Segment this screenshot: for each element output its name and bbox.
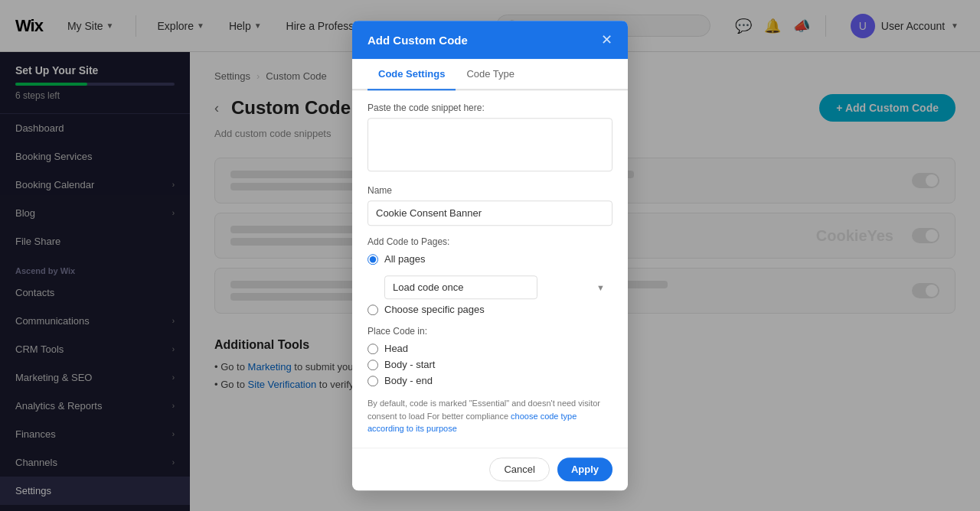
place-code-label: Place Code in: <box>368 326 612 337</box>
place-code-radio-group: Head Body - start Body - end <box>368 343 612 386</box>
add-pages-label: Add Code to Pages: <box>368 236 612 247</box>
code-snippet-input[interactable] <box>368 118 612 171</box>
load-code-select[interactable]: Load code once Load code every time <box>384 275 537 299</box>
name-label: Name <box>368 185 612 196</box>
place-head-option[interactable]: Head <box>368 343 612 354</box>
cancel-button[interactable]: Cancel <box>489 457 549 481</box>
select-chevron-icon: ▼ <box>596 283 605 292</box>
place-body-end-label: Body - end <box>384 375 433 386</box>
add-pages-group: Add Code to Pages: All pages Load code o… <box>368 236 612 315</box>
place-body-start-radio[interactable] <box>368 360 378 370</box>
tab-code-settings[interactable]: Code Settings <box>368 59 456 90</box>
pages-radio-group: All pages Load code once Load code every… <box>368 253 612 315</box>
specific-pages-radio[interactable] <box>368 304 378 315</box>
all-pages-label: All pages <box>384 253 425 265</box>
all-pages-radio[interactable] <box>368 254 378 265</box>
place-head-radio[interactable] <box>368 343 378 354</box>
add-custom-code-modal: Add Custom Code ✕ Code Settings Code Typ… <box>352 21 628 490</box>
specific-pages-option[interactable]: Choose specific pages <box>368 304 612 315</box>
note-text: By default, code is marked "Essential" a… <box>368 397 612 435</box>
apply-button[interactable]: Apply <box>557 457 612 481</box>
name-group: Name <box>368 185 612 226</box>
tab-code-type[interactable]: Code Type <box>456 59 525 90</box>
modal-header: Add Custom Code ✕ <box>352 21 628 59</box>
code-snippet-label: Paste the code snippet here: <box>368 103 612 113</box>
code-snippet-group: Paste the code snippet here: <box>368 103 612 174</box>
name-input[interactable] <box>368 200 612 226</box>
modal-body: Paste the code snippet here: Name Add Co… <box>352 90 628 448</box>
modal-footer: Cancel Apply <box>352 448 628 490</box>
place-head-label: Head <box>384 343 408 354</box>
place-body-end-radio[interactable] <box>368 376 378 386</box>
place-body-start-label: Body - start <box>384 359 435 370</box>
all-pages-option[interactable]: All pages <box>368 253 612 265</box>
place-body-end-option[interactable]: Body - end <box>368 375 612 386</box>
place-body-start-option[interactable]: Body - start <box>368 359 612 370</box>
place-code-section: Place Code in: Head Body - start Body - … <box>368 326 612 386</box>
modal-tabs: Code Settings Code Type <box>352 59 628 90</box>
load-code-select-wrap: Load code once Load code every time ▼ <box>384 275 612 299</box>
modal-close-button[interactable]: ✕ <box>601 31 612 48</box>
specific-pages-label: Choose specific pages <box>384 304 485 315</box>
modal-title: Add Custom Code <box>368 34 468 47</box>
